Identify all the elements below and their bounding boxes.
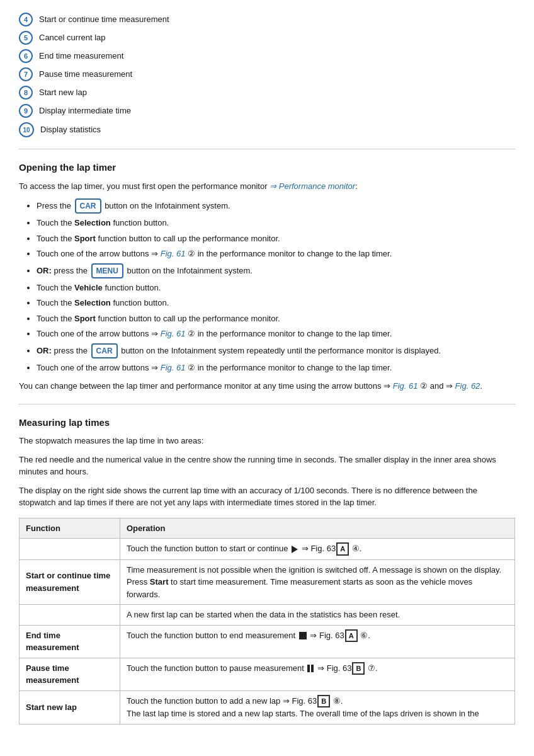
func-cell-pause: Pause time measurement: [20, 658, 120, 690]
car-button-1: CAR: [75, 198, 101, 214]
func-cell-newlap: Start new lap: [20, 690, 120, 724]
divider-2: [19, 404, 515, 404]
circle-5: 5: [19, 31, 33, 45]
bullet-arrow-2: Touch one of the arrow buttons ⇒ Fig. 61…: [37, 328, 515, 340]
box-a-1: A: [336, 542, 349, 556]
circle-8: 8: [19, 86, 33, 100]
intro-link: ⇒ Performance monitor: [270, 181, 355, 191]
op-cell-start-2: Time measurement is not possible when th…: [120, 559, 515, 605]
op-cell-end: Touch the function button to end measure…: [120, 625, 515, 658]
list-item-4: 4 Start or continue time measurement: [19, 13, 515, 26]
section-measuring-para3: The display on the right side shows the …: [19, 484, 515, 509]
table-row-pause: Pause time measurement Touch the functio…: [20, 658, 515, 690]
bullet-sport-1: Touch the Sport function button to call …: [37, 232, 515, 245]
circle-9: 9: [19, 104, 33, 118]
list-item-6: 6 End time measurement: [19, 49, 515, 63]
list-item-5: 5 Cancel current lap: [19, 31, 515, 45]
box-b-1: B: [352, 662, 365, 675]
section-measuring-title: Measuring lap times: [19, 416, 515, 430]
op-cell-start-3: A new first lap can be started when the …: [120, 605, 515, 626]
circle-10: 10: [19, 122, 34, 137]
func-cell-empty-1: [20, 539, 120, 560]
opening-bullet-list: Press the CAR button on the Infotainment…: [37, 198, 515, 374]
item-7-text: Pause time measurement: [39, 68, 132, 81]
numbered-list: 4 Start or continue time measurement 5 C…: [19, 13, 515, 137]
item-4-text: Start or continue time measurement: [39, 13, 169, 26]
list-item-8: 8 Start new lap: [19, 86, 515, 100]
pause-icon: [307, 665, 314, 672]
section-measuring: Measuring lap times The stopwatch measur…: [19, 416, 515, 724]
section-opening-title: Opening the lap timer: [19, 161, 515, 175]
table-row-newlap: Start new lap Touch the function button …: [20, 690, 515, 724]
bullet-sport-2: Touch the Sport function button to call …: [37, 312, 515, 325]
table-row-end: End time measurement Touch the function …: [20, 625, 515, 658]
play-icon: [292, 546, 298, 553]
item-5-text: Cancel current lap: [39, 32, 106, 44]
section-measuring-para1: The stopwatch measures the lap time in t…: [19, 435, 515, 447]
bullet-arrow-3: Touch one of the arrow buttons ⇒ Fig. 61…: [37, 362, 515, 374]
bullet-vehicle: Touch the Vehicle function button.: [37, 282, 515, 294]
circle-6: 6: [19, 49, 33, 63]
list-item-7: 7 Pause time measurement: [19, 67, 515, 81]
box-b-2: B: [317, 695, 330, 708]
col-operation: Operation: [120, 518, 515, 539]
col-function: Function: [20, 518, 120, 539]
bullet-selection-1: Touch the Selection function button.: [37, 217, 515, 229]
op-cell-start-1: Touch the function button to start or co…: [120, 539, 515, 560]
operations-table: Function Operation Touch the function bu…: [19, 518, 515, 724]
func-cell-end: End time measurement: [20, 625, 120, 658]
circle-4: 4: [19, 13, 33, 26]
op-cell-newlap: Touch the function button to add a new l…: [120, 690, 515, 724]
list-item-10: 10 Display statistics: [19, 122, 515, 137]
table-row-start-2: Start or continue timemeasurement Time m…: [20, 559, 515, 605]
intro-text: To access the lap timer, you must first …: [19, 181, 268, 191]
item-9-text: Display intermediate time: [39, 105, 131, 117]
func-cell-empty-2: [20, 605, 120, 626]
item-6-text: End time measurement: [39, 50, 123, 62]
menu-button: MENU: [91, 263, 123, 278]
bullet-selection-2: Touch the Selection function button.: [37, 297, 515, 309]
bullet-arrow-1: Touch one of the arrow buttons ⇒ Fig. 61…: [37, 248, 515, 260]
section-opening-footer: You can change between the lap timer and…: [19, 380, 515, 392]
table-row-start-3: A new first lap can be started when the …: [20, 605, 515, 626]
section-measuring-para2: The red needle and the numerical value i…: [19, 454, 515, 478]
car-button-2: CAR: [91, 343, 118, 358]
function-table: Function Operation Touch the function bu…: [19, 518, 515, 724]
box-a-2: A: [345, 629, 358, 643]
section-opening: Opening the lap timer To access the lap …: [19, 161, 515, 392]
circle-7: 7: [19, 67, 33, 81]
intro-colon: :: [355, 181, 358, 191]
list-item-9: 9 Display intermediate time: [19, 104, 515, 118]
item-8-text: Start new lap: [39, 86, 87, 99]
bullet-car-1: Press the CAR button on the Infotainment…: [37, 198, 515, 214]
section-opening-intro: To access the lap timer, you must first …: [19, 180, 515, 193]
bullet-or-car: OR: press the CAR button on the Infotain…: [37, 343, 515, 358]
item-10-text: Display statistics: [40, 123, 101, 136]
divider-1: [19, 149, 515, 149]
func-cell-start: Start or continue timemeasurement: [20, 559, 120, 605]
op-cell-pause: Touch the function button to pause measu…: [120, 658, 515, 690]
table-row-start-1: Touch the function button to start or co…: [20, 539, 515, 560]
bullet-or-menu: OR: press the MENU button on the Infotai…: [37, 263, 515, 278]
stop-icon: [299, 632, 307, 639]
